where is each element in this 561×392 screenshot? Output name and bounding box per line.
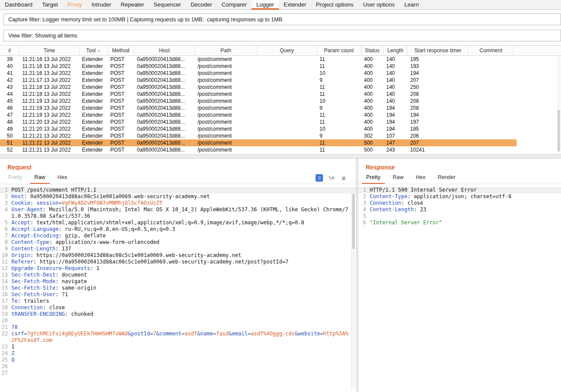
- request-editor[interactable]: 1POST /post/comment HTTP/1.12Host: 0a950…: [0, 184, 356, 392]
- main-tab-target[interactable]: Target: [37, 0, 63, 10]
- line-number: 11: [0, 259, 11, 265]
- column-header-param-count[interactable]: Param count: [317, 46, 361, 55]
- log-row-47[interactable]: 4711:21:19 13 Jul 2022ExtenderPOST0a9500…: [0, 112, 517, 118]
- main-tab-logger[interactable]: Logger: [252, 0, 279, 10]
- message-editors: Request PrettyRawHex ☰\n≡ 1POST /post/co…: [0, 159, 561, 392]
- pretty-print-icon[interactable]: ☰: [316, 174, 323, 182]
- column-header-method[interactable]: Method: [108, 46, 134, 55]
- response-tab-raw[interactable]: Raw: [388, 172, 408, 184]
- cell: 10: [317, 70, 361, 76]
- request-tab-hex[interactable]: Hex: [53, 172, 71, 184]
- cell: /post/comment: [195, 154, 257, 154]
- cell: 9: [317, 133, 361, 139]
- main-tab-sequencer[interactable]: Sequencer: [149, 0, 186, 10]
- table-vertical-scrollbar[interactable]: [557, 57, 561, 153]
- cell: 11:21:17 13 Jul 2022: [20, 77, 79, 83]
- request-tab-raw[interactable]: Raw: [30, 172, 50, 184]
- code-line-text: 78: [11, 324, 356, 331]
- editor-menu-icon[interactable]: ≡: [340, 174, 347, 182]
- log-row-42[interactable]: 4211:21:17 13 Jul 2022ExtenderPOST0a9500…: [0, 77, 517, 84]
- cell: 208: [408, 91, 469, 97]
- code-line: 2Content-Type: application/json; charset…: [358, 193, 561, 200]
- response-tab-hex[interactable]: Hex: [411, 172, 430, 184]
- scrollbar-thumb[interactable]: [558, 110, 560, 152]
- log-row-44[interactable]: 4411:21:18 13 Jul 2022ExtenderPOST0a9500…: [0, 91, 517, 98]
- code-line: 27: [0, 370, 356, 376]
- cell: 11:21:21 13 Jul 2022: [20, 147, 79, 153]
- cell: 400: [361, 56, 384, 62]
- code-line-text: Referer: https://0a9500020413d88ac08c5c1…: [11, 259, 356, 265]
- cell: 49: [0, 126, 20, 132]
- column-header-length[interactable]: Length: [384, 46, 408, 55]
- code-line-text: Upgrade-Insecure-Requests: 1: [11, 265, 356, 272]
- log-row-51[interactable]: 5111:21:21 13 Jul 2022ExtenderPOST0a9500…: [0, 139, 517, 146]
- cell: 40: [0, 63, 20, 69]
- cell: 0a9500020413d88...: [134, 126, 195, 132]
- log-row-53[interactable]: 5311:21:22 13 Jul 2022ExtenderPOST0a9500…: [0, 153, 517, 154]
- main-tab-learn[interactable]: Learn: [400, 0, 424, 10]
- main-tab-project-options[interactable]: Project options: [311, 0, 358, 10]
- cell: 51: [0, 140, 20, 146]
- log-row-49[interactable]: 4911:21:20 13 Jul 2022ExtenderPOST0a9500…: [0, 125, 517, 132]
- code-line: 9Content-Length: 137: [0, 246, 356, 252]
- main-tab-dashboard[interactable]: Dashboard: [0, 0, 37, 10]
- code-line: 14Sec-Fetch-Mode: navigate: [0, 278, 356, 285]
- code-line: 8Content-Type: application/x-www-form-ur…: [0, 239, 356, 246]
- scrollbar-thumb[interactable]: [352, 193, 355, 249]
- cell: POST: [108, 84, 134, 90]
- view-filter-bar[interactable]: View filter: Showing all items: [3, 30, 561, 41]
- cell: Extender: [79, 70, 108, 76]
- column-header-comment[interactable]: Comment: [469, 46, 513, 55]
- horizontal-splitter[interactable]: [0, 154, 561, 159]
- line-number: 1: [358, 187, 370, 193]
- column-header-time[interactable]: Time: [20, 46, 79, 55]
- request-tab-pretty[interactable]: Pretty: [3, 172, 27, 184]
- column-header-path[interactable]: Path: [195, 46, 257, 55]
- cell: 10: [317, 126, 361, 132]
- line-number: 2: [0, 193, 11, 200]
- log-row-46[interactable]: 4611:21:19 13 Jul 2022ExtenderPOST0a9500…: [0, 105, 517, 112]
- cell: POST: [108, 63, 134, 69]
- column-header--[interactable]: #: [0, 46, 20, 55]
- log-row-52[interactable]: 5211:21:21 13 Jul 2022ExtenderPOST0a9500…: [0, 146, 517, 153]
- code-line: 25Q: [0, 357, 356, 363]
- log-row-40[interactable]: 4011:21:16 13 Jul 2022ExtenderPOST0a9500…: [0, 63, 517, 70]
- log-row-50[interactable]: 5011:21:21 13 Jul 2022ExtenderPOST0a9500…: [0, 132, 517, 139]
- code-line-text: Connection: close: [370, 200, 561, 206]
- main-tab-comparer[interactable]: Comparer: [217, 0, 252, 10]
- log-row-48[interactable]: 4811:21:20 13 Jul 2022ExtenderPOST0a9500…: [0, 118, 517, 125]
- column-header-status[interactable]: Status: [361, 46, 384, 55]
- column-header-tool[interactable]: Tool▲: [79, 46, 108, 55]
- request-vertical-scrollbar[interactable]: [351, 193, 355, 389]
- log-row-43[interactable]: 4311:21:18 13 Jul 2022ExtenderPOST0a9500…: [0, 84, 517, 91]
- column-header-start-response-timer[interactable]: Start response timer: [408, 46, 469, 55]
- cell: 250: [408, 84, 469, 90]
- log-row-45[interactable]: 4511:21:19 13 Jul 2022ExtenderPOST0a9500…: [0, 98, 517, 105]
- main-tab-user-options[interactable]: User options: [358, 0, 400, 10]
- main-tab-repeater[interactable]: Repeater: [116, 0, 149, 10]
- column-header-host[interactable]: Host: [134, 46, 195, 55]
- cell: 0a9500020413d88...: [134, 119, 195, 125]
- log-row-39[interactable]: 3911:21:16 13 Jul 2022ExtenderPOST0a9500…: [0, 56, 517, 63]
- main-tab-decoder[interactable]: Decoder: [186, 0, 217, 10]
- cell: 232: [408, 154, 469, 154]
- cell: 302: [361, 133, 384, 139]
- response-tab-pretty[interactable]: Pretty: [362, 172, 385, 184]
- column-header-query[interactable]: Query: [257, 46, 317, 55]
- column-header-label: Length: [388, 47, 404, 54]
- main-tab-extender[interactable]: Extender: [279, 0, 311, 10]
- response-editor[interactable]: 1HTTP/1.1 500 Internal Server Error2Cont…: [358, 184, 561, 392]
- cell: Extender: [79, 77, 108, 83]
- log-row-41[interactable]: 4111:21:16 13 Jul 2022ExtenderPOST0a9500…: [0, 70, 517, 77]
- code-line-text: Content-Type: application/x-www-form-url…: [11, 239, 356, 246]
- code-line: 26: [0, 363, 356, 370]
- cell: /post/comment: [195, 63, 257, 69]
- newline-icon[interactable]: \n: [328, 174, 335, 182]
- code-line-text: "Internal Server Error": [370, 220, 561, 226]
- main-tab-intruder[interactable]: Intruder: [87, 0, 116, 10]
- main-tab-proxy[interactable]: Proxy: [63, 0, 87, 10]
- cell: 400: [361, 119, 384, 125]
- capture-filter-bar[interactable]: Capture filter: Logger memory limit set …: [3, 14, 561, 25]
- cell: 11: [317, 63, 361, 69]
- response-tab-render[interactable]: Render: [433, 172, 460, 184]
